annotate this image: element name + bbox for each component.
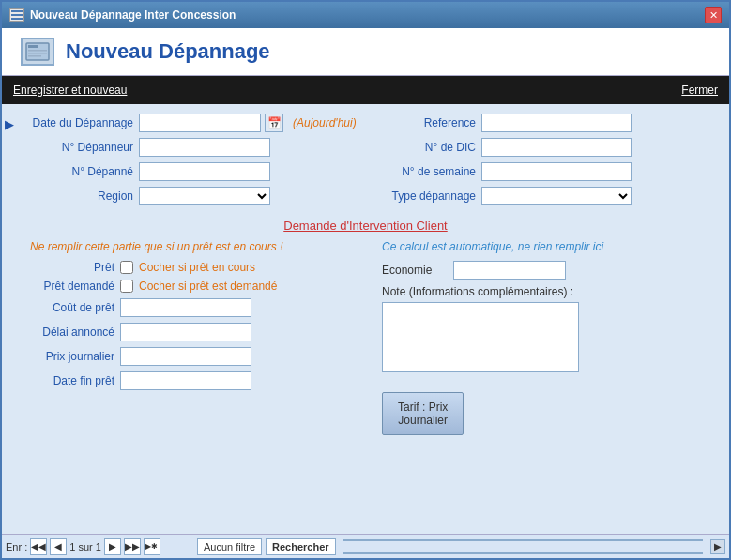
form-icon xyxy=(21,38,54,66)
type-label: Type dépannage xyxy=(382,189,476,203)
dic-input[interactable] xyxy=(481,138,632,157)
type-select[interactable] xyxy=(481,187,632,205)
cout-row: Coût de prêt xyxy=(30,298,363,317)
lower-left: Ne remplir cette partie que si un prêt e… xyxy=(30,240,363,435)
prix-row: Prix journalier xyxy=(30,347,363,366)
date-fin-row: Date fin prêt xyxy=(30,371,363,390)
window-title: Nouveau Dépannage Inter Concession xyxy=(30,8,236,22)
nav-first-button[interactable]: ◀◀ xyxy=(30,538,47,555)
nav-next-button[interactable]: ▶ xyxy=(104,538,121,555)
region-label: Region xyxy=(30,189,133,203)
delai-row: Délai annoncé xyxy=(30,323,363,341)
dic-label: N° de DIC xyxy=(382,141,476,154)
page-title: Nouveau Dépannage xyxy=(66,39,270,64)
scroll-right-button[interactable]: ▶ xyxy=(710,539,725,554)
toolbar: Enregistrer et nouveau Fermer xyxy=(2,76,729,104)
svg-rect-2 xyxy=(11,18,23,20)
delai-label: Délai annoncé xyxy=(30,325,114,339)
pret-demande-label: Prêt demandé xyxy=(30,280,114,293)
reference-label: Reference xyxy=(382,116,476,129)
record-info: 1 sur 1 xyxy=(69,541,101,552)
pret-label: Prêt xyxy=(30,261,114,274)
prix-input[interactable] xyxy=(120,347,251,366)
lower-section: Ne remplir cette partie que si un prêt e… xyxy=(30,240,715,435)
depanneur-row: N° Dépanneur xyxy=(30,138,363,157)
top-form: Date du Dépannage 📅 (Aujourd'hui) N° Dép… xyxy=(30,114,715,211)
date-row: Date du Dépannage 📅 (Aujourd'hui) xyxy=(30,114,363,132)
app-icon xyxy=(9,8,24,22)
svg-rect-6 xyxy=(28,53,47,54)
title-bar: Nouveau Dépannage Inter Concession ✕ xyxy=(2,2,729,28)
type-row: Type dépannage xyxy=(382,187,715,205)
semaine-input[interactable] xyxy=(481,162,632,181)
depanne-input[interactable] xyxy=(139,162,270,181)
economie-row: Economie xyxy=(382,261,715,280)
date-input-wrap: 📅 (Aujourd'hui) xyxy=(139,114,357,132)
depanneur-input[interactable] xyxy=(139,138,270,157)
region-select[interactable] xyxy=(139,187,270,205)
today-hint: (Aujourd'hui) xyxy=(293,116,357,129)
nav-prev-button[interactable]: ◀ xyxy=(50,538,67,555)
nav-last-button[interactable]: ▶▶ xyxy=(124,538,141,555)
lower-right: Ce calcul est automatique, ne rien rempl… xyxy=(382,240,715,435)
delai-input[interactable] xyxy=(120,323,251,341)
right-panel: Reference N° de DIC N° de semaine Type d… xyxy=(382,114,715,211)
pret-checkbox[interactable] xyxy=(120,261,133,274)
search-button[interactable]: Rechercher xyxy=(266,538,336,555)
note-textarea[interactable] xyxy=(382,302,579,372)
svg-rect-0 xyxy=(11,10,23,12)
depanneur-label: N° Dépanneur xyxy=(30,141,133,154)
semaine-label: N° de semaine xyxy=(382,165,476,178)
record-label: Enr : xyxy=(6,541,27,552)
pret-demande-row: Prêt demandé Cocher si prêt est demandé xyxy=(30,280,363,293)
nav-arrow: ▶ xyxy=(5,117,14,131)
economie-label: Economie xyxy=(382,264,448,277)
date-fin-label: Date fin prêt xyxy=(30,374,114,387)
prix-label: Prix journalier xyxy=(30,350,114,363)
svg-rect-1 xyxy=(11,14,23,16)
tarif-button[interactable]: Tarif : PrixJournalier xyxy=(382,392,464,435)
pret-demande-checkbox[interactable] xyxy=(120,280,133,293)
note-label: Note (Informations complémentaires) : xyxy=(382,285,715,298)
svg-rect-4 xyxy=(28,45,38,48)
header-section: Nouveau Dépannage xyxy=(2,28,729,76)
region-row: Region xyxy=(30,187,363,205)
semaine-row: N° de semaine xyxy=(382,162,715,181)
date-label: Date du Dépannage xyxy=(30,116,133,129)
depanne-label: N° Dépanné xyxy=(30,165,133,178)
cout-label: Coût de prêt xyxy=(30,301,114,314)
nav-new-button[interactable]: ▶✱ xyxy=(144,538,160,555)
reference-input[interactable] xyxy=(481,114,632,132)
record-nav: Enr : ◀◀ ◀ 1 sur 1 ▶ ▶▶ ▶✱ xyxy=(6,538,193,555)
date-input[interactable] xyxy=(139,114,261,132)
depanne-row: N° Dépanné xyxy=(30,162,363,181)
pret-row: Prêt Cocher si prêt en cours xyxy=(30,261,363,274)
svg-rect-7 xyxy=(28,55,41,57)
intervention-link[interactable]: Demande d'Intervention Client xyxy=(16,219,715,233)
status-bar: Enr : ◀◀ ◀ 1 sur 1 ▶ ▶▶ ▶✱ Aucun filtre … xyxy=(2,534,729,558)
loan-hint: Ne remplir cette partie que si un prêt e… xyxy=(30,240,363,253)
close-form-button[interactable]: Fermer xyxy=(681,83,718,97)
pret-hint: Cocher si prêt en cours xyxy=(139,261,255,274)
dic-row: N° de DIC xyxy=(382,138,715,157)
save-new-button[interactable]: Enregistrer et nouveau xyxy=(13,83,127,97)
date-fin-input[interactable] xyxy=(120,371,251,390)
horizontal-scrollbar[interactable] xyxy=(343,539,703,554)
pret-demande-hint: Cocher si prêt est demandé xyxy=(139,280,277,293)
title-bar-left: Nouveau Dépannage Inter Concession xyxy=(9,8,236,22)
auto-calc-hint: Ce calcul est automatique, ne rien rempl… xyxy=(382,240,715,253)
left-panel: Date du Dépannage 📅 (Aujourd'hui) N° Dép… xyxy=(30,114,363,211)
calendar-icon[interactable]: 📅 xyxy=(265,114,283,132)
reference-row: Reference xyxy=(382,114,715,132)
main-window: Nouveau Dépannage Inter Concession ✕ Nou… xyxy=(0,0,731,560)
close-button[interactable]: ✕ xyxy=(705,7,722,23)
svg-rect-5 xyxy=(28,50,47,52)
no-filter-button[interactable]: Aucun filtre xyxy=(197,538,262,555)
economie-input[interactable] xyxy=(453,261,566,280)
cout-input[interactable] xyxy=(120,298,251,317)
content-area: ▶ Date du Dépannage 📅 (Aujourd'hui) N° D xyxy=(2,104,729,534)
